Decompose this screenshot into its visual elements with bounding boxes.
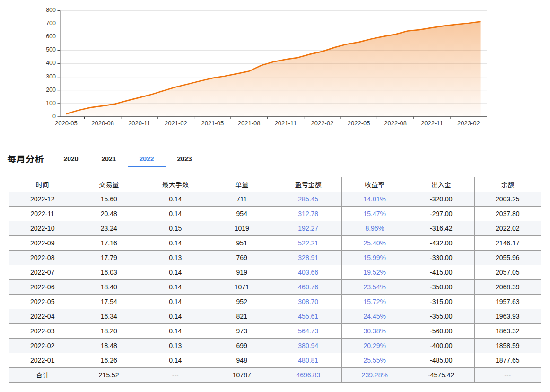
svg-text:2022-02: 2022-02 <box>311 120 334 127</box>
svg-text:2021-05: 2021-05 <box>201 120 224 127</box>
svg-text:2023-02: 2023-02 <box>457 120 480 127</box>
svg-text:0: 0 <box>52 113 56 120</box>
svg-text:2021-11: 2021-11 <box>275 120 297 127</box>
svg-text:400: 400 <box>46 60 56 66</box>
svg-text:200: 200 <box>46 87 56 93</box>
svg-text:2022-08: 2022-08 <box>384 120 407 127</box>
svg-text:2021-02: 2021-02 <box>165 120 187 127</box>
svg-text:2022-11: 2022-11 <box>421 120 443 127</box>
svg-text:800: 800 <box>46 7 56 13</box>
svg-text:2020-05: 2020-05 <box>55 120 78 127</box>
svg-text:600: 600 <box>46 33 56 40</box>
svg-text:2020-11: 2020-11 <box>128 120 150 127</box>
svg-text:2020-08: 2020-08 <box>91 120 114 127</box>
svg-text:100: 100 <box>46 100 56 106</box>
svg-text:500: 500 <box>46 46 56 53</box>
svg-text:2022-05: 2022-05 <box>348 120 370 127</box>
svg-text:2021-08: 2021-08 <box>238 120 261 127</box>
svg-text:700: 700 <box>46 20 56 26</box>
svg-text:300: 300 <box>46 73 56 80</box>
